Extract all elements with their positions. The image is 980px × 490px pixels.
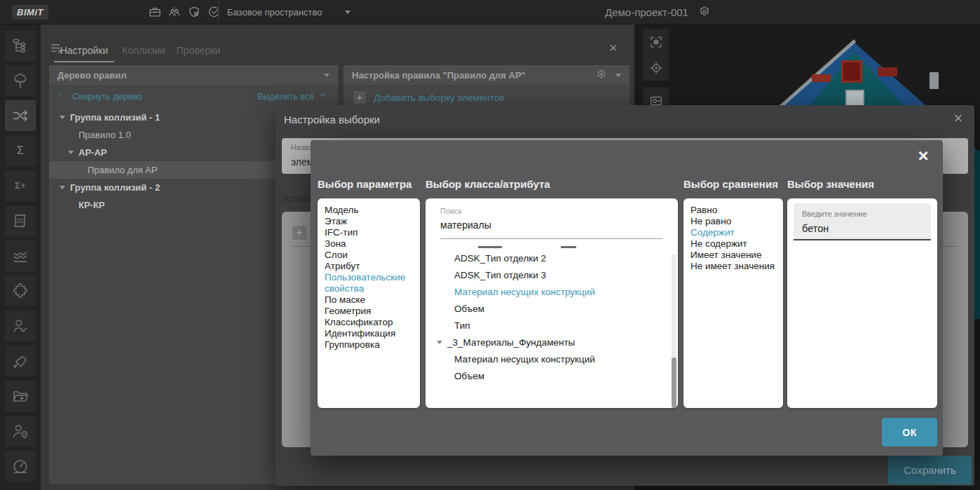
list-item[interactable]: Не содержит [690,238,776,250]
tree-item-label: Правило для АР [88,165,158,175]
view-2d-icon[interactable]: 2D [5,205,36,236]
list-item[interactable]: Геометрия [325,306,413,317]
caret-down-icon[interactable] [437,341,442,344]
list-item[interactable]: Материал несущих конструкций [426,351,668,367]
folder-share-icon[interactable] [5,381,36,411]
list-item[interactable]: Атрибут [325,261,413,272]
collisions-icon[interactable] [5,100,36,131]
search-input[interactable]: материалы [440,219,491,231]
briefcase-icon[interactable] [147,5,162,20]
value-input-field[interactable]: Введите значение бетон [794,203,931,240]
list-item[interactable]: Имеет значение [690,250,776,261]
gear-icon[interactable] [596,69,607,82]
list-item-label: Тип [454,320,470,331]
tab-collisions[interactable]: Коллизии [120,39,168,62]
search-underline [440,238,663,239]
tab-checks[interactable]: Проверки [175,39,222,62]
tree-icon[interactable] [5,65,36,96]
sum-plus-icon[interactable]: Σ+ [5,170,36,201]
list-item-label: ADSK_Тип отделки 2 [454,253,546,264]
list-item-label: Материал несущих конструкций [454,354,595,365]
search-label: Поиск [440,207,461,215]
scrollbar[interactable] [672,254,676,408]
tree-item-label: Группа коллизий - 1 [70,112,160,123]
sum-icon[interactable]: Σ [5,135,36,166]
zoom-fit-button[interactable] [643,29,669,55]
list-item-label: Материал несущих конструкций [454,287,595,297]
list-item[interactable]: Этаж [325,216,413,227]
caret-down-icon[interactable] [60,186,65,189]
add-selection-button[interactable]: + Добавить выборку элементов [353,91,620,104]
top-bar: BIMiT Базовое пространство Демо-проект-0… [0,0,980,25]
locate-button[interactable] [643,55,669,81]
scrollbar-thumb[interactable] [672,358,676,408]
user-pin-icon[interactable] [5,416,36,447]
collapse-tree-link[interactable]: Свернуть дерево [72,92,142,102]
caret-down-icon[interactable] [60,116,65,119]
list-item[interactable]: Зона [325,238,413,250]
list-item[interactable]: Идентификация [325,328,413,339]
select-all-link[interactable]: Выделить всё [257,92,314,102]
trowel-icon[interactable] [5,346,36,376]
parameter-list-box: МодельЭтажIFC-типЗонаСлоиАтрибутПользова… [318,198,420,408]
list-item[interactable]: IFC-тип [325,227,413,238]
ok-button[interactable]: ОК [882,418,937,447]
tab-settings[interactable]: Настройки [54,39,114,62]
close-icon[interactable]: × [951,111,966,126]
application-window: BIMiT Базовое пространство Демо-проект-0… [0,0,980,490]
list-item[interactable]: Пользовательские свойства [325,272,413,294]
list-item[interactable]: Материал несущих конструкций [426,283,668,300]
class-attribute-column-title: Выбор класса/атрибута [426,178,550,190]
parameter-list: МодельЭтажIFC-типЗонаСлоиАтрибутПользова… [318,198,420,357]
add-selection-label: Добавить выборку элементов [374,93,505,103]
list-item[interactable]: По маске [325,294,413,306]
list-item[interactable]: Равно [690,205,776,216]
chevron-down-icon [615,74,621,77]
list-item-label: ADSK_Тип отделки 3 [454,270,546,280]
list-item[interactable]: Классификатор [325,317,413,328]
list-item[interactable]: Содержит [690,227,776,238]
condition-editor-dialog: × Выбор параметра Выбор класса/атрибута … [311,140,943,456]
list-item[interactable]: Группировка [325,339,413,351]
project-title: Демо-проект-001 [605,6,688,18]
list-item[interactable]: Не имеет значения [690,261,776,272]
rule-settings-header[interactable]: Настройка правила "Правило для АР" [343,65,629,85]
unfold-icon[interactable] [57,91,67,103]
shield-icon[interactable] [186,5,201,20]
list-item[interactable]: Объем [426,367,668,384]
svg-text:Σ: Σ [17,144,24,156]
close-icon[interactable]: × [915,147,932,164]
list-item[interactable]: Тип [426,317,668,334]
model-chimney [930,72,939,89]
field-value: бетон [802,223,829,234]
list-item[interactable]: Не равно [690,216,776,227]
comparison-list-box: РавноНе равноСодержитНе содержитИмеет зн… [683,198,783,408]
user-check-icon[interactable] [5,311,36,341]
caret-down-icon[interactable] [68,151,74,154]
top-bar-divider [218,0,219,24]
value-box: Введите значение бетон [787,198,937,408]
tree-item-label: Правило 1.0 [79,130,131,140]
save-button[interactable]: Сохранить [888,456,972,484]
plugin-icon[interactable] [5,275,36,306]
sidebar: ΣΣ+2D [0,25,41,490]
rules-tree-title: Дерево правил [57,70,126,81]
list-item[interactable]: ADSK_Тип отделки 3 [426,266,668,283]
workspace-selector[interactable]: Базовое пространство [227,0,351,24]
tree-item-label: КР-КР [79,200,105,210]
list-item[interactable]: ADSK_Тип отделки 2 [426,250,668,266]
chart-icon[interactable] [5,240,36,271]
list-item[interactable]: Слои [325,250,413,261]
gauge-icon[interactable] [5,451,36,482]
team-icon[interactable] [167,5,182,20]
close-icon[interactable]: × [606,40,621,55]
plus-icon[interactable]: + [292,226,306,240]
list-item[interactable]: _3_Материалы_Фундаменты [426,334,668,351]
model-window-white [845,90,864,107]
gear-icon[interactable] [698,5,711,20]
comparison-list: РавноНе равноСодержитНе содержитИмеет зн… [683,198,783,278]
rules-tree-header[interactable]: Дерево правил [49,65,338,85]
list-item[interactable]: Объем [426,300,668,317]
list-item[interactable]: Модель [325,205,413,216]
hierarchy-icon[interactable] [5,30,36,61]
